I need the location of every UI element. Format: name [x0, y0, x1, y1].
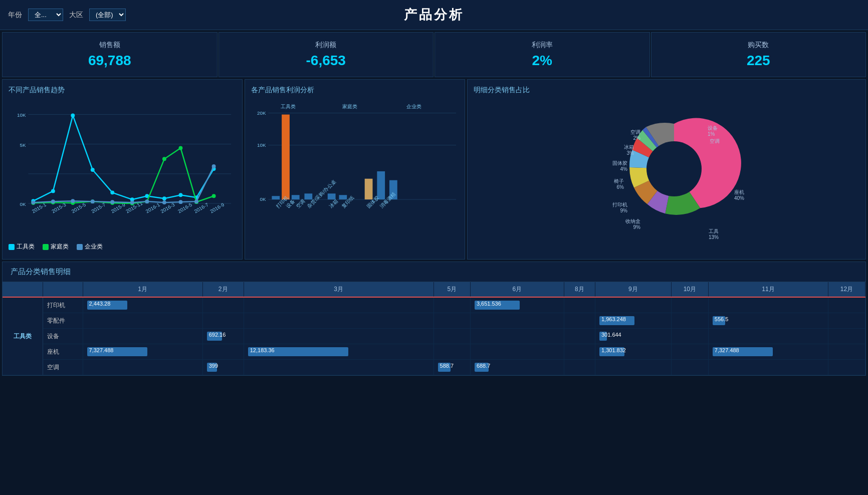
- kpi-margin-value: 2%: [532, 53, 552, 69]
- svg-text:4%: 4%: [620, 166, 628, 172]
- val-desktop-sep: 1,301.832: [595, 344, 671, 360]
- line-chart-title: 不同产品销售趋势: [9, 86, 236, 95]
- kpi-sales: 销售额 69,788: [2, 32, 218, 77]
- val-equip-nov: [708, 329, 828, 344]
- table-title: 产品分类销售明细: [3, 262, 865, 282]
- val-printer-jan: 2,443.28: [83, 297, 202, 313]
- donut-chart-panel: 明细分类销售占比: [467, 79, 866, 260]
- svg-text:空调: 空调: [630, 129, 640, 135]
- val-parts-nov: 556.5: [708, 313, 828, 329]
- val-equip-dec: [828, 329, 865, 344]
- th-oct: 10月: [671, 282, 708, 297]
- val-parts-jan: [83, 313, 202, 329]
- kpi-margin: 利润率 2%: [435, 32, 650, 77]
- val-ac-mar: [244, 360, 433, 375]
- line-chart-legend: 工具类 家庭类 企业类: [9, 242, 236, 251]
- svg-point-44: [110, 200, 114, 204]
- th-aug: 8月: [564, 282, 595, 297]
- val-printer-sep: [595, 297, 671, 313]
- line-chart-panel: 不同产品销售趋势 10K 5K 0K 2015-1 2015-3 2015-5 …: [2, 79, 243, 260]
- val-ac-may: 588.7: [433, 360, 470, 375]
- svg-text:1%: 1%: [708, 131, 715, 137]
- svg-text:空调: 空调: [295, 198, 306, 209]
- val-equip-feb: 692.16: [202, 329, 244, 344]
- val-parts-dec: [828, 313, 865, 329]
- svg-text:冰箱: 冰箱: [328, 198, 339, 209]
- svg-text:工具类: 工具类: [281, 104, 296, 109]
- product-cell-ac: 空调: [43, 360, 83, 375]
- svg-text:6%: 6%: [617, 184, 624, 190]
- product-cell-equip: 设备: [43, 329, 83, 344]
- table-row: 零配件 1,963.248 556.5: [3, 313, 865, 329]
- svg-text:40%: 40%: [734, 195, 744, 201]
- svg-point-25: [162, 196, 166, 200]
- legend-tools-label: 工具类: [17, 242, 35, 251]
- svg-rect-66: [365, 179, 373, 199]
- val-parts-oct: [671, 313, 708, 329]
- bar-chart-title: 各产品销售利润分析: [251, 86, 459, 95]
- svg-text:20K: 20K: [257, 110, 266, 116]
- svg-rect-63: [304, 193, 312, 199]
- svg-point-19: [51, 189, 55, 193]
- val-parts-mar: [244, 313, 433, 329]
- svg-text:冰箱: 冰箱: [624, 144, 634, 150]
- page-title: 产品分析: [404, 6, 464, 24]
- val-equip-jan: [83, 329, 202, 344]
- svg-text:10K: 10K: [257, 142, 266, 148]
- region-label: 大区: [69, 11, 83, 20]
- svg-point-40: [31, 200, 35, 204]
- val-equip-oct: [671, 329, 708, 344]
- svg-text:5K: 5K: [20, 142, 26, 148]
- kpi-row: 销售额 69,788 利润额 -6,653 利润率 2% 购买数 225: [2, 32, 866, 77]
- svg-point-47: [162, 200, 166, 204]
- region-select[interactable]: (全部): [89, 9, 126, 21]
- val-ac-nov: [708, 360, 828, 375]
- th-mar: 3月: [244, 282, 433, 297]
- th-product: [43, 282, 83, 297]
- val-printer-nov: [708, 297, 828, 313]
- year-select[interactable]: 全...: [28, 9, 63, 21]
- year-label: 年份: [8, 11, 22, 20]
- category-cell-tools: 工具类: [3, 297, 43, 375]
- th-feb: 2月: [202, 282, 244, 297]
- svg-text:家庭类: 家庭类: [342, 104, 357, 109]
- svg-point-49: [194, 199, 198, 203]
- th-sep: 9月: [595, 282, 671, 297]
- kpi-purchases-label: 购买数: [748, 41, 769, 50]
- svg-rect-67: [377, 171, 385, 199]
- svg-text:13%: 13%: [709, 234, 719, 239]
- val-desktop-oct: [671, 344, 708, 360]
- donut-chart-area: 空调 2% 冰箱 3% 固体胶 4% 椅子 6% 打印机 9% 收纳盒 9% 设…: [474, 99, 859, 239]
- val-printer-aug: [564, 297, 595, 313]
- svg-point-42: [71, 199, 75, 203]
- svg-point-46: [145, 199, 149, 203]
- val-ac-oct: [671, 360, 708, 375]
- val-parts-sep: 1,963.248: [595, 313, 671, 329]
- svg-point-21: [91, 168, 95, 172]
- legend-enterprise-color: [77, 244, 83, 250]
- svg-point-37: [179, 146, 183, 150]
- svg-rect-61: [282, 115, 290, 200]
- val-parts-feb: [202, 313, 244, 329]
- svg-text:3%: 3%: [627, 150, 634, 156]
- val-ac-jun: 688.7: [470, 360, 564, 375]
- table-header-row: 1月 2月 3月 5月 6月 8月 9月 10月 11月 12月: [3, 282, 865, 297]
- header: 年份 全... 大区 (全部) 产品分析: [0, 0, 868, 30]
- data-table: 1月 2月 3月 5月 6月 8月 9月 10月 11月 12月 工具类 打印机: [3, 282, 865, 375]
- val-printer-mar: [244, 297, 433, 313]
- th-may: 5月: [433, 282, 470, 297]
- svg-text:10K: 10K: [17, 112, 26, 118]
- svg-rect-62: [292, 195, 300, 199]
- table-row: 设备 692.16 301.644: [3, 329, 865, 344]
- svg-point-48: [179, 200, 183, 204]
- th-category: [3, 282, 43, 297]
- val-ac-aug: [564, 360, 595, 375]
- svg-point-39: [212, 194, 216, 198]
- product-cell-parts: 零配件: [43, 313, 83, 329]
- svg-text:收纳盒: 收纳盒: [625, 218, 640, 224]
- val-parts-aug: [564, 313, 595, 329]
- svg-text:设备: 设备: [708, 125, 718, 131]
- val-desktop-feb: [202, 344, 244, 360]
- th-nov: 11月: [708, 282, 828, 297]
- val-equip-mar: [244, 329, 433, 344]
